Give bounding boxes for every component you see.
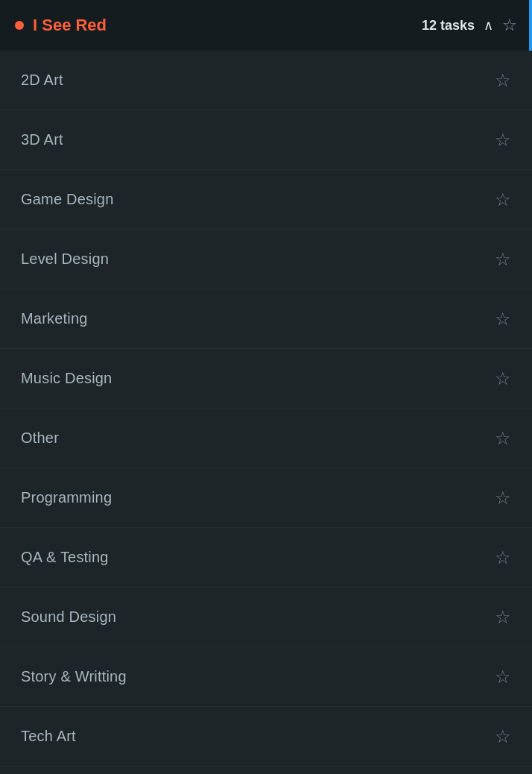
list-item-sound-design[interactable]: Sound Design☆ <box>0 588 532 647</box>
accent-bar <box>529 0 532 51</box>
header-left: I See Red <box>15 16 107 35</box>
list-item-level-design[interactable]: Level Design☆ <box>0 230 532 289</box>
item-label-other: Other <box>21 430 59 447</box>
item-label-story-writting: Story & Writting <box>21 668 127 685</box>
item-star-story-writting[interactable]: ☆ <box>495 668 511 686</box>
list-item-other[interactable]: Other☆ <box>0 409 532 468</box>
list-item-music-design[interactable]: Music Design☆ <box>0 349 532 409</box>
header-right: 12 tasks ∧ ☆ <box>422 17 517 34</box>
item-star-sound-design[interactable]: ☆ <box>495 608 511 626</box>
item-label-tech-art: Tech Art <box>21 728 76 745</box>
list-item-game-design[interactable]: Game Design☆ <box>0 170 532 230</box>
item-star-other[interactable]: ☆ <box>495 430 511 447</box>
tasks-count: 12 tasks <box>422 18 475 34</box>
item-star-programming[interactable]: ☆ <box>495 489 511 507</box>
item-label-2d-art: 2D Art <box>21 72 63 89</box>
list-item-2d-art[interactable]: 2D Art☆ <box>0 51 532 110</box>
item-star-2d-art[interactable]: ☆ <box>495 72 511 89</box>
item-label-3d-art: 3D Art <box>21 131 63 148</box>
item-star-3d-art[interactable]: ☆ <box>495 131 511 149</box>
item-star-level-design[interactable]: ☆ <box>495 251 511 268</box>
item-label-level-design: Level Design <box>21 251 109 268</box>
list-item-marketing[interactable]: Marketing☆ <box>0 289 532 349</box>
favorite-icon[interactable]: ☆ <box>502 17 517 34</box>
item-label-sound-design: Sound Design <box>21 608 116 626</box>
item-label-qa-testing: QA & Testing <box>21 549 109 566</box>
item-label-marketing: Marketing <box>21 310 88 327</box>
item-star-marketing[interactable]: ☆ <box>495 310 511 328</box>
item-star-game-design[interactable]: ☆ <box>495 191 511 209</box>
item-label-programming: Programming <box>21 489 112 506</box>
list-item-qa-testing[interactable]: QA & Testing☆ <box>0 528 532 588</box>
item-star-tech-art[interactable]: ☆ <box>495 728 511 746</box>
list-item-3d-art[interactable]: 3D Art☆ <box>0 110 532 170</box>
list-item-programming[interactable]: Programming☆ <box>0 468 532 528</box>
item-star-qa-testing[interactable]: ☆ <box>495 549 511 567</box>
item-star-music-design[interactable]: ☆ <box>495 370 511 388</box>
collapse-icon[interactable]: ∧ <box>484 17 493 34</box>
category-list: 2D Art☆3D Art☆Game Design☆Level Design☆M… <box>0 51 532 767</box>
header: I See Red 12 tasks ∧ ☆ <box>0 0 532 51</box>
project-title: I See Red <box>33 16 107 35</box>
list-item-story-writting[interactable]: Story & Writting☆ <box>0 647 532 707</box>
item-label-game-design: Game Design <box>21 191 113 208</box>
list-item-tech-art[interactable]: Tech Art☆ <box>0 707 532 767</box>
item-label-music-design: Music Design <box>21 370 112 387</box>
status-dot <box>15 21 24 30</box>
